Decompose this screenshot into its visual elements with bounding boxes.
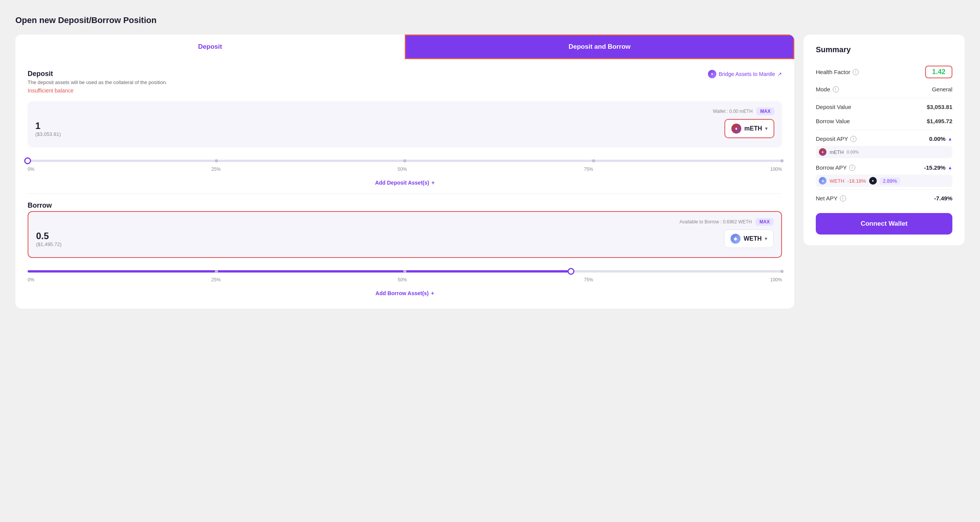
borrow-value: $1,495.72 (927, 118, 952, 124)
borrow-section-title: Borrow (28, 202, 782, 210)
deposit-header: Deposit The deposit assets will be used … (28, 70, 782, 99)
bridge-assets-link[interactable]: ✦ Bridge Assets to Mantle ↗ (708, 70, 782, 78)
deposit-slider-dot-50 (403, 159, 406, 162)
page-title: Open new Deposit/Borrow Position (15, 15, 965, 25)
deposit-slider-thumb[interactable] (24, 157, 31, 164)
deposit-max-button[interactable]: MAX (756, 107, 774, 115)
health-factor-value: 1.42 (925, 66, 952, 78)
deposit-apy-label: Deposit APY i (816, 135, 856, 142)
health-factor-row: Health Factor i 1.42 (816, 62, 952, 82)
deposit-token-selector[interactable]: ♦ mETH ▾ (724, 119, 774, 138)
net-apy-row: Net APY i -7.49% (816, 191, 952, 205)
deposit-label-0: 0% (28, 167, 34, 172)
borrow-value-label: Borrow Value (816, 118, 850, 124)
deposit-slider-container: 0% 25% 50% 75% 100% (28, 154, 782, 175)
insufficient-balance: Insufficient balance (28, 88, 167, 94)
section-divider (28, 193, 782, 194)
add-borrow-icon: + (431, 290, 434, 296)
meth-icon: ♦ (731, 124, 741, 134)
deposit-apy-meth-value: 0.00% (847, 150, 859, 154)
deposit-subtitle: The deposit assets will be used as the c… (28, 79, 167, 85)
borrow-label-75: 75% (584, 277, 593, 282)
borrow-slider-dot-50 (403, 270, 406, 273)
connect-wallet-button[interactable]: Connect Wallet (816, 213, 952, 235)
deposit-apy-value: 0.00% ▲ (929, 135, 952, 142)
available-to-borrow-label: Available to Borrow : 0.6962 WETH (680, 219, 752, 225)
mode-info-icon[interactable]: i (833, 86, 839, 93)
summary-divider-2 (816, 130, 952, 130)
borrow-apy-row: Borrow APY i -15.29% ▲ (816, 160, 952, 175)
borrow-slider-track[interactable] (28, 270, 782, 273)
deposit-apy-info-icon[interactable]: i (850, 136, 856, 142)
borrow-max-button[interactable]: MAX (756, 218, 774, 226)
borrow-apy-usdc-value: 2.89% (880, 177, 900, 185)
borrow-apy-detail-row: ◈ WETH -18.18% ● 2.89% (816, 175, 952, 187)
borrow-apy-info-icon[interactable]: i (849, 165, 855, 171)
deposit-apy-expand-icon[interactable]: ▲ (948, 136, 952, 142)
wallet-balance-label: Wallet : 0.00 mETH (713, 109, 753, 114)
deposit-label-75: 75% (584, 167, 593, 172)
borrow-label-25: 25% (211, 277, 221, 282)
borrow-usdc-icon: ● (869, 177, 877, 185)
deposit-meth-icon: ♦ (819, 148, 827, 156)
summary-divider-3 (816, 189, 952, 190)
external-link-icon: ↗ (777, 71, 782, 77)
net-apy-info-icon[interactable]: i (840, 195, 846, 202)
deposit-slider-dot-75 (592, 159, 595, 162)
deposit-section-title: Deposit (28, 70, 167, 78)
deposit-amount-input[interactable] (35, 121, 96, 131)
add-borrow-label: Add Borrow Asset(s) (376, 290, 429, 296)
summary-panel: Summary Health Factor i 1.42 Mode i Gene… (803, 35, 965, 245)
deposit-apy-row: Deposit APY i 0.00% ▲ (816, 132, 952, 146)
borrow-amount-input[interactable] (36, 231, 97, 241)
wallet-row: Wallet : 0.00 mETH MAX (35, 107, 774, 115)
deposit-slider-dot-100 (780, 159, 784, 162)
borrow-apy-weth-value: -18.18% (847, 178, 866, 184)
main-layout: Deposit Deposit and Borrow Deposit The d… (15, 35, 965, 309)
add-deposit-asset-button[interactable]: Add Deposit Asset(s) + (375, 180, 434, 186)
summary-divider-1 (816, 98, 952, 98)
borrow-apy-value: -15.29% ▲ (924, 164, 952, 171)
borrow-amount-group: ($1,495.72) (36, 231, 157, 247)
weth-icon: ◈ (731, 234, 741, 244)
borrow-apy-expand-icon[interactable]: ▲ (948, 165, 952, 170)
borrow-slider-fill (28, 270, 571, 273)
borrow-amount-usd: ($1,495.72) (36, 241, 157, 247)
deposit-token-chevron: ▾ (765, 126, 767, 131)
borrow-apy-weth-label: WETH (830, 178, 844, 184)
deposit-title-group: Deposit The deposit assets will be used … (28, 70, 167, 99)
deposit-label-25: 25% (211, 167, 221, 172)
borrow-input-box: Available to Borrow : 0.6962 WETH MAX ($… (28, 211, 782, 258)
deposit-value: $3,053.81 (927, 104, 952, 110)
deposit-slider-track[interactable] (28, 160, 782, 162)
borrow-apy-label: Borrow APY i (816, 164, 855, 171)
borrow-value-row: Borrow Value $1,495.72 (816, 114, 952, 128)
health-factor-info-icon[interactable]: i (853, 69, 859, 75)
borrow-slider-thumb[interactable] (568, 268, 574, 275)
tab-deposit-borrow[interactable]: Deposit and Borrow (405, 35, 794, 59)
deposit-input-row: ($3,053.81) ♦ mETH ▾ (35, 119, 774, 138)
deposit-amount-usd: ($3,053.81) (35, 131, 156, 137)
borrow-slider-dot-100 (780, 270, 784, 273)
summary-title: Summary (816, 45, 952, 54)
bridge-icon: ✦ (708, 70, 716, 78)
deposit-slider-labels: 0% 25% 50% 75% 100% (28, 167, 782, 172)
add-deposit-icon: + (431, 180, 434, 186)
bridge-link-text: Bridge Assets to Mantle (719, 71, 775, 77)
deposit-label-50: 50% (398, 167, 407, 172)
borrow-slider-labels: 0% 25% 50% 75% 100% (28, 277, 782, 282)
add-deposit-label: Add Deposit Asset(s) (375, 180, 429, 186)
deposit-value-row: Deposit Value $3,053.81 (816, 100, 952, 114)
net-apy-label: Net APY i (816, 195, 846, 202)
deposit-apy-meth-label: mETH (830, 149, 844, 155)
borrow-token-chevron: ▾ (765, 236, 767, 241)
tab-deposit[interactable]: Deposit (15, 35, 405, 59)
borrow-token-selector[interactable]: ◈ WETH ▾ (724, 230, 774, 248)
borrow-available-row: Available to Borrow : 0.6962 WETH MAX (36, 218, 774, 226)
left-panel: Deposit Deposit and Borrow Deposit The d… (15, 35, 794, 309)
deposit-slider-dot-25 (215, 159, 218, 162)
health-factor-label: Health Factor i (816, 69, 859, 75)
add-borrow-asset-button[interactable]: Add Borrow Asset(s) + (376, 290, 434, 296)
borrow-input-row: ($1,495.72) ◈ WETH ▾ (36, 230, 774, 248)
borrow-label-50: 50% (398, 277, 407, 282)
